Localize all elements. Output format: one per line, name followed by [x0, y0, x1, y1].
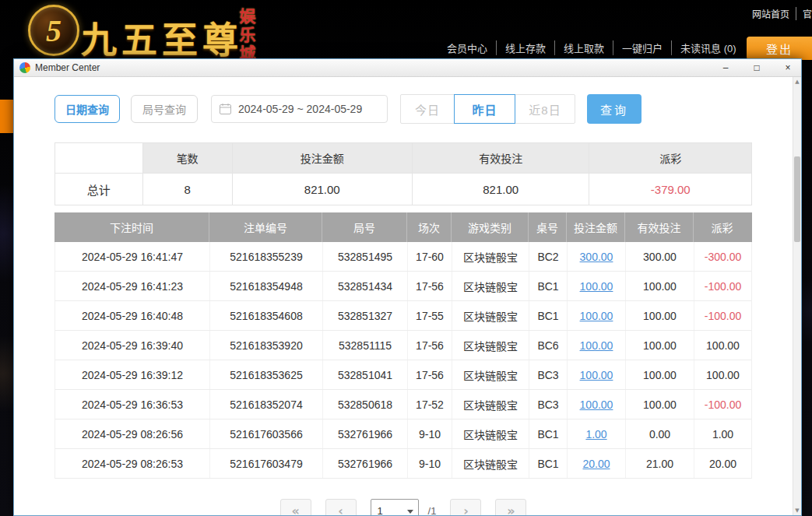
- table-cell: 532761966: [323, 449, 408, 478]
- table-cell: 区块链骰宝: [452, 390, 529, 419]
- bet-amount-link[interactable]: 100.00: [580, 280, 613, 293]
- table-cell: 521618353920: [210, 331, 323, 360]
- tab-round-query[interactable]: 局号查询: [131, 95, 198, 123]
- table-cell[interactable]: 100.00: [568, 360, 626, 389]
- site-logo-badge: 5: [28, 5, 79, 56]
- bet-amount-link[interactable]: 100.00: [580, 398, 613, 411]
- column-header: 桌号: [529, 212, 567, 242]
- yesterday-button[interactable]: 昨日: [454, 94, 515, 124]
- table-cell: 521618354948: [210, 272, 323, 300]
- table-cell: 532851327: [323, 301, 408, 330]
- table-cell: BC1: [529, 419, 568, 448]
- site-nav: 会员中心 线上存款 线上取款 一键归户 未读讯息 (0): [438, 40, 745, 55]
- table-cell[interactable]: 1.00: [568, 419, 626, 448]
- minimize-button[interactable]: –: [712, 59, 739, 76]
- table-cell[interactable]: 20.00: [568, 449, 626, 478]
- table-row: 2024-05-29 16:41:47521618355239532851495…: [55, 242, 751, 272]
- logout-button[interactable]: 登出: [747, 37, 812, 60]
- pagination: « ‹ 1 /1 › »: [14, 499, 793, 515]
- close-button[interactable]: ×: [775, 59, 801, 76]
- today-button[interactable]: 今日: [400, 94, 455, 124]
- table-row: 2024-05-29 08:26:56521617603566532761966…: [55, 419, 751, 449]
- column-header: 游戏类别: [452, 212, 529, 242]
- table-row: 2024-05-29 16:39:40521618353920532851115…: [55, 331, 751, 360]
- table-cell: 521618353625: [210, 360, 323, 389]
- table-cell[interactable]: 100.00: [568, 331, 626, 360]
- summary-table: 笔数 投注金额 有效投注 派彩 总计 8 821.00 821.00 -379.…: [54, 142, 752, 205]
- recent-8-days-button[interactable]: 近8日: [515, 94, 575, 124]
- table-cell: 区块链骰宝: [452, 272, 529, 300]
- nav-withdraw[interactable]: 线上取款: [554, 40, 613, 55]
- query-button[interactable]: 查询: [587, 94, 642, 124]
- table-cell: -100.00: [694, 390, 751, 419]
- page-select[interactable]: 1: [371, 499, 419, 515]
- nav-one-key[interactable]: 一键归户: [613, 40, 671, 55]
- table-cell: 20.00: [694, 449, 751, 478]
- table-cell[interactable]: 100.00: [568, 301, 626, 330]
- nav-deposit[interactable]: 线上存款: [496, 40, 554, 55]
- table-cell[interactable]: 100.00: [568, 390, 626, 419]
- table-cell: 2024-05-29 16:41:23: [55, 272, 210, 300]
- link-clipped[interactable]: 官: [796, 7, 812, 20]
- nav-messages[interactable]: 未读讯息 (0): [671, 40, 745, 55]
- table-row: 2024-05-29 16:39:12521618353625532851041…: [55, 360, 751, 390]
- scroll-down-arrow[interactable]: ▼: [793, 506, 801, 515]
- bet-amount-link[interactable]: 300.00: [580, 251, 613, 263]
- column-header: 投注金额: [567, 212, 625, 242]
- table-cell: 区块链骰宝: [452, 301, 529, 330]
- link-home[interactable]: 网站首页: [746, 7, 796, 20]
- table-cell: 2024-05-29 16:36:53: [55, 390, 210, 419]
- last-page-button[interactable]: »: [495, 499, 526, 515]
- nav-member-center[interactable]: 会员中心: [438, 40, 496, 55]
- next-page-button[interactable]: ›: [450, 499, 481, 515]
- table-cell: 2024-05-29 16:40:48: [55, 301, 210, 330]
- date-range-value: 2024-05-29 ~ 2024-05-29: [238, 103, 362, 115]
- site-logo-title: 九五至尊: [81, 11, 243, 62]
- table-cell: 9-10: [408, 419, 452, 448]
- bet-amount-link[interactable]: 100.00: [580, 310, 613, 322]
- summary-bet-amount-value: 821.00: [233, 174, 413, 205]
- prev-page-button[interactable]: ‹: [325, 499, 357, 515]
- maximize-button[interactable]: □: [743, 59, 770, 76]
- table-cell: 532851495: [323, 242, 408, 271]
- table-cell: 区块链骰宝: [452, 331, 529, 360]
- tab-date-query[interactable]: 日期查询: [54, 95, 120, 123]
- table-cell: 2024-05-29 16:41:47: [55, 242, 210, 271]
- table-cell[interactable]: 100.00: [568, 272, 626, 300]
- date-range-input[interactable]: 2024-05-29 ~ 2024-05-29: [211, 95, 388, 123]
- column-header: 下注时间: [54, 212, 209, 242]
- table-cell: 17-56: [408, 360, 452, 389]
- table-cell: 300.00: [626, 242, 694, 271]
- table-cell: BC6: [529, 331, 568, 360]
- site-logo-subtitle: 娱乐城: [234, 8, 258, 64]
- column-header: 派彩: [694, 212, 750, 242]
- scroll-up-arrow[interactable]: ▲: [793, 77, 801, 86]
- table-cell: 521618354608: [210, 301, 323, 330]
- left-accent-strip: [0, 100, 13, 133]
- table-cell: BC2: [529, 242, 568, 271]
- window-content: 日期查询 局号查询 2024-05-29 ~ 2024-05-29 今日 昨日 …: [14, 77, 801, 515]
- bet-amount-link[interactable]: 20.00: [582, 458, 610, 470]
- table-cell: 21.00: [626, 449, 694, 478]
- table-cell: 521617603479: [210, 449, 323, 478]
- bet-amount-link[interactable]: 100.00: [580, 339, 613, 352]
- first-page-button[interactable]: «: [280, 499, 311, 515]
- table-cell: 2024-05-29 08:26:53: [55, 449, 210, 478]
- bet-amount-link[interactable]: 1.00: [585, 428, 606, 441]
- table-row: 2024-05-29 16:36:53521618352074532850618…: [55, 390, 751, 419]
- table-cell: 532851434: [323, 272, 408, 300]
- table-cell: 区块链骰宝: [452, 449, 529, 478]
- window-titlebar[interactable]: Member Center – □ ×: [14, 59, 801, 77]
- table-row: 2024-05-29 08:26:53521617603479532761966…: [55, 449, 751, 479]
- page-select-value: 1: [378, 505, 383, 516]
- scrollbar-thumb[interactable]: [794, 156, 800, 242]
- table-cell: BC3: [529, 390, 568, 419]
- table-cell[interactable]: 300.00: [568, 242, 626, 271]
- bet-amount-link[interactable]: 100.00: [580, 369, 613, 381]
- table-cell: 532851115: [323, 331, 408, 360]
- member-center-window: Member Center – □ × 日期查询 局号查询: [13, 58, 802, 516]
- filter-row: 日期查询 局号查询 2024-05-29 ~ 2024-05-29 今日 昨日 …: [54, 94, 642, 124]
- window-scrollbar[interactable]: ▲ ▼: [793, 77, 801, 515]
- table-cell: 100.00: [694, 360, 751, 389]
- table-row: 2024-05-29 16:40:48521618354608532851327…: [55, 301, 751, 331]
